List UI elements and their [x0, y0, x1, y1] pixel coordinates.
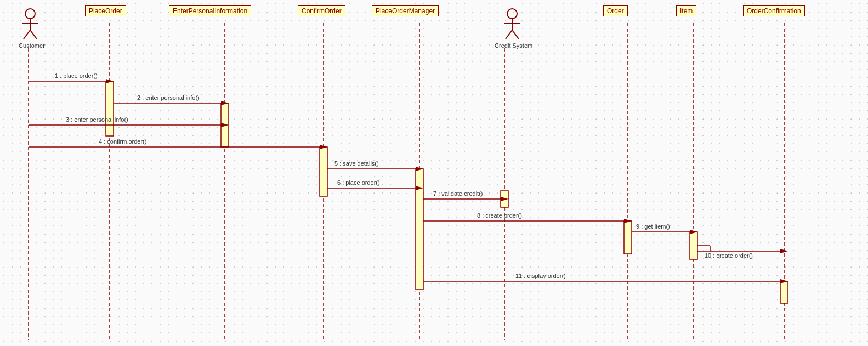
actor-creditSystem: : Credit System [491, 8, 532, 49]
actor-box-order: Order [603, 5, 628, 16]
svg-marker-42 [690, 230, 697, 234]
actor-customer-label: : Customer [15, 42, 45, 49]
svg-marker-45 [780, 249, 788, 253]
svg-rect-10 [221, 103, 229, 147]
svg-text:5 : save details(): 5 : save details() [334, 160, 379, 167]
actor-creditSystem-label: : Credit System [491, 42, 532, 49]
svg-marker-33 [416, 186, 423, 190]
svg-marker-24 [221, 123, 229, 127]
svg-text:6 : place order(): 6 : place order() [337, 179, 380, 186]
svg-marker-50 [780, 279, 788, 283]
svg-rect-13 [501, 191, 508, 207]
svg-rect-14 [624, 221, 632, 254]
svg-rect-11 [320, 147, 327, 196]
actor-box-enterPersonal: EnterPersonalInformation [169, 5, 251, 16]
actor-box-placeOrderManager: PlaceOrderManager [372, 5, 439, 16]
svg-text:1 : place order(): 1 : place order() [55, 72, 98, 79]
actor-box-orderConfirmation: OrderConfirmation [743, 5, 805, 16]
arrows-svg: 1 : place order() 2 : enter personal inf… [0, 0, 868, 346]
svg-text:9 : get item(): 9 : get item() [636, 223, 670, 230]
uml-sequence-diagram: 1 : place order() 2 : enter personal inf… [0, 0, 868, 346]
svg-marker-30 [416, 167, 423, 171]
svg-point-57 [507, 9, 517, 19]
actor-box-placeOrder: PlaceOrder [85, 5, 126, 16]
svg-text:7 : validate credit(): 7 : validate credit() [433, 190, 483, 197]
svg-marker-21 [221, 101, 229, 105]
actor-customer: : Customer [15, 8, 45, 49]
svg-line-56 [30, 30, 37, 39]
svg-marker-36 [501, 197, 508, 201]
svg-marker-18 [106, 79, 114, 83]
actor-box-item: Item [676, 5, 696, 16]
svg-marker-39 [624, 219, 632, 223]
svg-text:8 : create order(): 8 : create order() [477, 212, 522, 219]
svg-marker-27 [320, 145, 327, 149]
svg-rect-16 [780, 281, 788, 303]
svg-rect-9 [106, 81, 114, 136]
actor-box-confirmOrder: ConfirmOrder [298, 5, 345, 16]
svg-text:11 : display order(): 11 : display order() [515, 273, 566, 279]
svg-point-52 [25, 9, 35, 19]
svg-line-55 [24, 30, 30, 39]
svg-rect-12 [416, 169, 423, 290]
svg-text:4 : confirm order(): 4 : confirm order() [99, 138, 146, 145]
svg-rect-15 [690, 232, 697, 259]
svg-text:2 : enter personal info(): 2 : enter personal info() [137, 94, 200, 101]
svg-text:3 : enter personal info(): 3 : enter personal info() [66, 116, 128, 123]
svg-line-60 [506, 30, 512, 39]
svg-text:10 : create order(): 10 : create order() [705, 252, 753, 259]
svg-line-61 [512, 30, 519, 39]
